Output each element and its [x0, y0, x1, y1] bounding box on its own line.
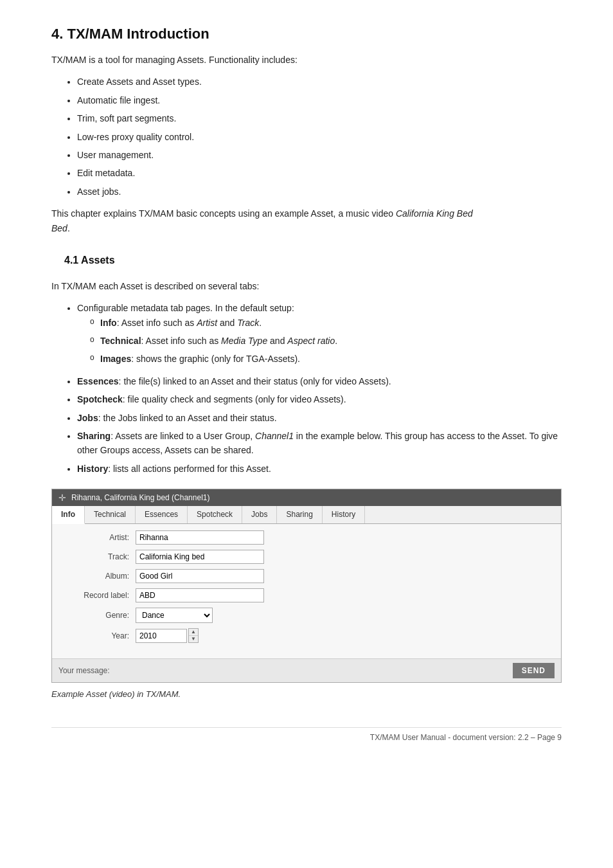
list-item: Automatic file ingest.	[77, 93, 562, 107]
field-record-label: Record label:	[65, 588, 548, 602]
section-title: 4.1 Assets	[64, 255, 562, 266]
field-year-input[interactable]	[136, 629, 187, 643]
feature-list: Create Assets and Asset types. Automatic…	[77, 75, 562, 199]
asset-footer: Your message: SEND	[52, 658, 561, 682]
field-year-label: Year:	[65, 631, 136, 640]
list-item-configurable: Configurable metadata tab pages. In the …	[77, 301, 562, 366]
year-input-wrap: ▲ ▼	[136, 628, 199, 643]
sub-list-item-info: Info: Asset info such as Artist and Trac…	[90, 316, 562, 330]
tab-essences[interactable]: Essences	[136, 506, 188, 523]
asset-title-bar: ✛ Rihanna, California King bed (Channel1…	[52, 489, 561, 506]
chapter-title: 4. TX/MAM Introduction	[51, 26, 562, 42]
assets-list: Configurable metadata tab pages. In the …	[77, 301, 562, 476]
year-spinner[interactable]: ▲ ▼	[188, 628, 199, 643]
list-item-jobs: Jobs: the Jobs linked to an Asset and th…	[77, 411, 562, 425]
field-genre: Genre: Dance	[65, 608, 548, 623]
tab-history[interactable]: History	[323, 506, 365, 523]
field-album-label: Album:	[65, 572, 136, 581]
sub-list-item-technical: Technical: Asset info such as Media Type…	[90, 334, 562, 348]
field-artist-label: Artist:	[65, 533, 136, 542]
tab-spotcheck[interactable]: Spotcheck	[188, 506, 242, 523]
list-item-essences: Essences: the file(s) linked to an Asset…	[77, 374, 562, 388]
list-item: Asset jobs.	[77, 185, 562, 199]
tab-info[interactable]: Info	[52, 506, 85, 524]
spinner-up[interactable]: ▲	[189, 629, 198, 636]
field-album: Album:	[65, 569, 548, 583]
spinner-down[interactable]: ▼	[189, 636, 198, 642]
list-item-sharing: Sharing: Assets are linked to a User Gro…	[77, 429, 562, 458]
move-icon: ✛	[58, 493, 66, 503]
asset-title: Rihanna, California King bed (Channel1)	[71, 493, 209, 502]
field-year: Year: ▲ ▼	[65, 628, 548, 643]
footer: TX/MAM User Manual - document version: 2…	[51, 727, 562, 742]
asset-panel: ✛ Rihanna, California King bed (Channel1…	[51, 489, 562, 683]
tab-technical[interactable]: Technical	[85, 506, 136, 523]
send-button[interactable]: SEND	[513, 663, 555, 678]
field-genre-label: Genre:	[65, 611, 136, 620]
list-item: Low-res proxy quality control.	[77, 130, 562, 144]
list-item: Trim, soft part segments.	[77, 111, 562, 125]
field-track: Track:	[65, 550, 548, 564]
intro-paragraph: TX/MAM is a tool for managing Assets. Fu…	[51, 53, 562, 67]
list-item-spotcheck: Spotcheck: file quality check and segmen…	[77, 392, 562, 406]
list-item: User management.	[77, 148, 562, 162]
list-item: Edit metadata.	[77, 166, 562, 180]
section-intro: In TX/MAM each Asset is described on sev…	[51, 279, 562, 293]
caption: Example Asset (video) in TX/MAM.	[51, 688, 562, 701]
field-track-input[interactable]	[136, 550, 264, 564]
asset-tabs[interactable]: Info Technical Essences Spotcheck Jobs S…	[52, 506, 561, 524]
field-artist-input[interactable]	[136, 530, 264, 545]
list-item: Create Assets and Asset types.	[77, 75, 562, 89]
field-record-label-label: Record label:	[65, 591, 136, 600]
chapter-description: This chapter explains TX/MAM basic conce…	[51, 206, 562, 235]
sub-list-item-images: Images: shows the graphic (only for TGA-…	[90, 352, 562, 366]
your-message-label: Your message:	[58, 666, 513, 675]
field-track-label: Track:	[65, 552, 136, 561]
field-album-input[interactable]	[136, 569, 264, 583]
field-artist: Artist:	[65, 530, 548, 545]
asset-body: Artist: Track: Album: Record label: Genr…	[52, 524, 561, 658]
field-record-label-input[interactable]	[136, 588, 264, 602]
list-item-history: History: lists all actions performed for…	[77, 462, 562, 476]
field-genre-select[interactable]: Dance	[136, 608, 213, 623]
tab-sharing[interactable]: Sharing	[277, 506, 322, 523]
tab-jobs[interactable]: Jobs	[242, 506, 277, 523]
